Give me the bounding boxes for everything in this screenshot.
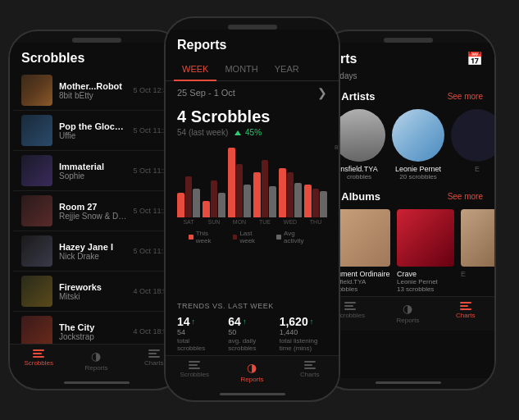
- see-more-artists[interactable]: See more: [448, 92, 483, 101]
- scrobble-artist: 8bit bEtty: [59, 91, 126, 100]
- scrobble-info: Immaterial Sophie: [59, 162, 126, 180]
- album-card-3: E: [461, 209, 494, 293]
- scrobble-item[interactable]: Fireworks Mitski 4 Oct 18:59: [13, 272, 180, 312]
- nav-label-charts-m: Charts: [300, 371, 320, 378]
- scrobble-title: Hazey Jane I: [59, 242, 126, 252]
- artist-image-3: [451, 109, 494, 162]
- nav-scrobbles-middle[interactable]: Scrobbles: [166, 361, 223, 383]
- scrobble-item[interactable]: Mother...Robot 8bit bEtty 5 Oct 12:30: [13, 71, 180, 111]
- scrobble-item[interactable]: The City Jockstrap 4 Oct 18:56: [13, 312, 180, 344]
- scrobble-list: Mother...Robot 8bit bEtty 5 Oct 12:30 Po…: [10, 71, 183, 344]
- artist-scrobbles-1: crobbles: [347, 173, 371, 180]
- nav-charts-right[interactable]: Charts: [437, 302, 494, 324]
- scrobble-info: Mother...Robot 8bit bEtty: [59, 81, 126, 100]
- scrobble-item[interactable]: Pop the Glock (Original Mix) Uffie 5 Oct…: [13, 111, 180, 151]
- bar-group: [228, 148, 251, 217]
- chart-max-label: 86: [335, 144, 339, 151]
- album-art: [21, 235, 52, 267]
- album-art: [21, 276, 52, 307]
- bar-this-week: [203, 201, 210, 217]
- header-middle: Reports: [166, 30, 339, 57]
- nav-charts-middle[interactable]: Charts: [281, 361, 339, 383]
- artist-image-2: [392, 109, 444, 162]
- calendar-icon[interactable]: 📅: [467, 51, 483, 66]
- home-indicator-middle: [220, 393, 285, 395]
- bar-last-week: [211, 180, 218, 217]
- nav-scrobbles-left[interactable]: Scrobbles: [10, 349, 67, 372]
- tab-month[interactable]: MONTH: [216, 57, 266, 80]
- stat-daily-label: avg. dailyscrobbles: [228, 337, 275, 352]
- tab-week[interactable]: WEEK: [174, 57, 216, 80]
- artist-name-1: nsfield.TYA: [333, 165, 385, 173]
- tab-year[interactable]: YEAR: [266, 57, 307, 80]
- nav-label-charts-r: Charts: [456, 312, 476, 319]
- bar-this-week: [228, 148, 235, 217]
- scrobble-info: Fireworks Mitski: [59, 282, 126, 301]
- nav-reports-left[interactable]: ◑ Reports: [67, 349, 125, 372]
- stat-listening: 1,620 ↑ 1,440 total listeningtime (mins): [280, 315, 327, 352]
- bar-chart: [177, 144, 327, 217]
- scrobble-item[interactable]: Immaterial Sophie 5 Oct 11:24: [13, 151, 180, 191]
- artist-card-3: E: [451, 109, 494, 180]
- day-label: MON: [228, 219, 251, 225]
- reports-nav-icon-r: ◑: [403, 302, 412, 315]
- artist-name-3: E: [451, 165, 494, 173]
- see-more-albums[interactable]: See more: [448, 192, 483, 201]
- phones-container: Scrobbles ʬ Mother...Robot 8bit bEtty 5 …: [0, 0, 519, 420]
- reports-nav-icon: ◑: [91, 349, 101, 363]
- screen-middle: Reports WEEK MONTH YEAR 25 Sep - 1 Oct ❯…: [166, 30, 339, 390]
- bottom-nav-left: Scrobbles ◑ Reports Charts: [10, 344, 183, 378]
- album-scrobbles-1: crobbles: [333, 285, 390, 293]
- artist-card-2: Leonie Pernet 20 scrobbles: [392, 109, 444, 180]
- artist-card-1: nsfield.TYA crobbles: [333, 109, 385, 180]
- scrobble-title: Mother...Robot: [59, 81, 126, 91]
- scrobbles-count: 4 Scrobbles: [166, 104, 339, 128]
- day-label: WED: [279, 219, 302, 225]
- scrobble-title: Pop the Glock (Original Mix): [59, 121, 126, 131]
- last-week-count: 54 (last week): [177, 128, 228, 137]
- scrobble-info: The City Jockstrap: [59, 322, 126, 341]
- album-image-1: [333, 209, 390, 267]
- artist-scrobbles-2: 20 scrobbles: [399, 173, 436, 180]
- scrobble-artist: Nick Drake: [59, 252, 126, 261]
- top-albums-header: 6 Albums See more: [321, 184, 494, 206]
- bottom-nav-middle: Scrobbles ◑ Reports Charts: [166, 355, 339, 390]
- page-title-scrobbles: Scrobbles: [21, 51, 84, 66]
- nav-reports-middle[interactable]: ◑ Reports: [223, 361, 280, 383]
- chart-area: 86 0 SATSUNMONTUEWEDTHU This week Last w…: [166, 140, 339, 299]
- nav-reports-right[interactable]: ◑ Reports: [379, 302, 436, 324]
- section-label-trends: Trends vs. last week: [166, 299, 339, 312]
- scrobble-item[interactable]: Hazey Jane I Nick Drake 5 Oct 11:17: [13, 231, 180, 272]
- stat-daily-prev: 50: [228, 328, 275, 336]
- album-artist-1: nsfield.TYA: [333, 278, 390, 285]
- bar-avg: [193, 189, 200, 217]
- date-text: 25 Sep - 1 Oct: [177, 88, 235, 98]
- nav-label-reports: Reports: [84, 364, 107, 372]
- trend-up-icon-1: ↑: [192, 317, 196, 326]
- stat-total-prev: 54: [177, 328, 225, 336]
- album-art: [21, 75, 52, 106]
- scrobble-title: Fireworks: [59, 282, 126, 292]
- album-art: [21, 155, 52, 186]
- bar-avg: [294, 183, 302, 217]
- reports-nav-icon-m: ◑: [247, 361, 257, 374]
- date-arrow-icon[interactable]: ❯: [317, 86, 327, 99]
- bar-avg: [320, 191, 327, 217]
- album-art: [21, 316, 52, 344]
- charts-nav-icon-r: [460, 302, 471, 310]
- scrobble-item[interactable]: Room 27 Rejjie Snow & Dana Willia... 5 O…: [13, 191, 180, 231]
- stat-daily: 64 ↑ 50 avg. dailyscrobbles: [228, 315, 275, 352]
- nav-label-charts: Charts: [144, 359, 164, 367]
- bar-group: [304, 185, 327, 217]
- bar-last-week: [312, 189, 320, 217]
- header-left: Scrobbles ʬ: [10, 43, 183, 71]
- stats-grid: 14 ↑ 54 totalscrobbles 64 ↑ 50 avg. dail…: [166, 312, 339, 355]
- nav-label-reports-r: Reports: [396, 317, 419, 324]
- album-image-3: [461, 209, 494, 267]
- bar-avg: [218, 193, 225, 217]
- scrobbles-nav-icon-r: [344, 302, 356, 310]
- chart-legend: This week Last week Avg activity: [177, 226, 327, 248]
- artist-name-2: Leonie Pernet: [392, 165, 444, 173]
- album-card-1: nument Ordinaire nsfield.TYA crobbles: [333, 209, 390, 293]
- screen-left: Scrobbles ʬ Mother...Robot 8bit bEtty 5 …: [10, 43, 183, 378]
